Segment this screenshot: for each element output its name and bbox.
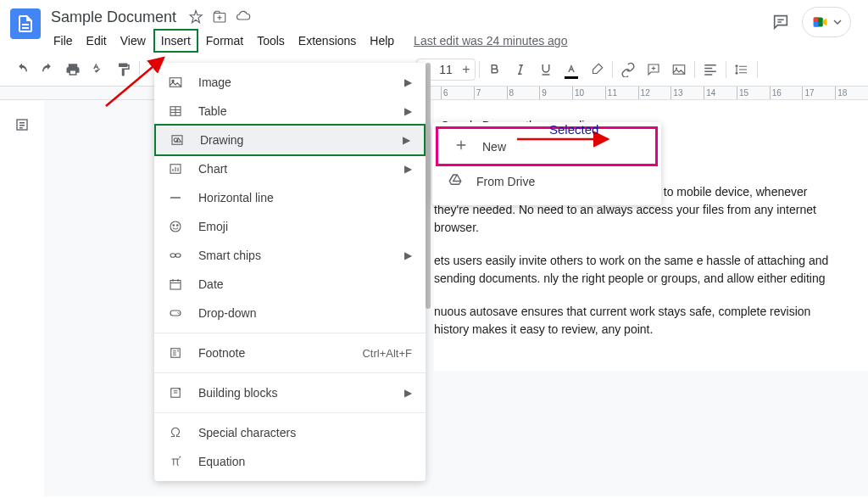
- meet-button[interactable]: [802, 7, 851, 37]
- submenu-label: From Drive: [476, 175, 535, 188]
- blocks-icon: [168, 385, 183, 400]
- svg-point-13: [170, 221, 181, 232]
- hr-icon: [168, 190, 183, 205]
- add-comment-button[interactable]: [642, 58, 665, 81]
- footnote-icon: [168, 345, 183, 361]
- docs-home-logo[interactable]: [10, 8, 41, 39]
- document-paragraph: ets users easily invite others to work o…: [434, 252, 834, 288]
- menu-item-building-blocks[interactable]: Building blocks ▶: [154, 378, 426, 407]
- menu-extensions[interactable]: Extensions: [292, 31, 362, 51]
- bold-button[interactable]: [483, 58, 507, 81]
- separator: [139, 61, 140, 78]
- menu-item-dropdown[interactable]: Drop-down: [154, 299, 426, 327]
- insert-menu-dropdown: Image ▶ Table ▶ Drawing ▶ Chart ▶ Horizo…: [154, 63, 426, 481]
- separator: [694, 61, 695, 78]
- italic-button[interactable]: [509, 58, 532, 81]
- svg-rect-2: [814, 18, 819, 23]
- omega-icon: [168, 425, 183, 440]
- chevron-right-icon: ▶: [404, 105, 412, 117]
- drive-icon: [448, 172, 463, 190]
- paint-format-button[interactable]: [112, 58, 136, 81]
- menu-item-image[interactable]: Image ▶: [154, 68, 426, 97]
- menu-item-table[interactable]: Table ▶: [154, 97, 426, 126]
- menu-item-footnote[interactable]: Footnote Ctrl+Alt+F: [154, 339, 426, 367]
- document-outline-icon[interactable]: [14, 117, 30, 132]
- smartchips-icon: [168, 248, 183, 263]
- ruler[interactable]: 6 7 8 9 10 11 12 13 14 15 16 17 18: [0, 87, 868, 100]
- plus-icon: [453, 137, 469, 155]
- font-size-value[interactable]: 11: [434, 63, 458, 76]
- menu-divider: [154, 412, 426, 413]
- chart-icon: [168, 161, 183, 176]
- redo-button[interactable]: [36, 58, 59, 81]
- menu-item-equation[interactable]: Equation: [154, 447, 426, 476]
- menu-divider: [154, 372, 426, 373]
- align-button[interactable]: [698, 58, 722, 81]
- svg-rect-18: [170, 281, 181, 290]
- svg-point-14: [173, 225, 175, 227]
- svg-point-15: [177, 225, 179, 227]
- menu-tools[interactable]: Tools: [251, 31, 291, 51]
- insert-link-button[interactable]: [616, 58, 640, 81]
- last-edit-link[interactable]: Last edit was 24 minutes ago: [414, 34, 567, 48]
- menu-help[interactable]: Help: [364, 31, 400, 51]
- meet-icon: [811, 13, 830, 31]
- separator: [757, 61, 758, 78]
- document-title[interactable]: Sample Document: [47, 7, 180, 28]
- cloud-status-icon[interactable]: [236, 9, 251, 25]
- pi-icon: [168, 454, 183, 469]
- chevron-right-icon: ▶: [404, 249, 412, 261]
- move-icon[interactable]: [212, 9, 227, 25]
- menu-item-chart[interactable]: Chart ▶: [154, 154, 426, 183]
- menu-divider: [154, 333, 426, 333]
- keyboard-shortcut: Ctrl+Alt+F: [362, 347, 412, 360]
- star-icon[interactable]: [188, 9, 203, 25]
- date-icon: [168, 277, 183, 292]
- menu-item-horizontal-line[interactable]: Horizontal line: [154, 183, 426, 212]
- menu-format[interactable]: Format: [200, 31, 249, 51]
- text-color-button[interactable]: [559, 58, 583, 81]
- table-icon: [168, 104, 183, 119]
- menu-scrollbar[interactable]: [426, 63, 431, 309]
- chevron-right-icon: ▶: [403, 134, 410, 146]
- document-paragraph: nuous autosave ensures that current work…: [434, 303, 834, 339]
- menu-item-special-characters[interactable]: Special characters: [154, 418, 426, 447]
- menubar: File Edit View Insert Format Tools Exten…: [47, 29, 765, 53]
- chevron-right-icon: ▶: [404, 76, 412, 88]
- submenu-label: New: [482, 140, 506, 154]
- font-size-increase[interactable]: +: [458, 59, 475, 80]
- emoji-icon: [168, 219, 183, 234]
- submenu-item-new[interactable]: New: [436, 126, 658, 166]
- line-spacing-button[interactable]: [730, 58, 754, 81]
- menu-item-smart-chips[interactable]: Smart chips ▶: [154, 241, 426, 270]
- drawing-submenu: New From Drive: [432, 122, 661, 205]
- chevron-right-icon: ▶: [404, 163, 412, 175]
- underline-button[interactable]: [534, 58, 558, 81]
- comment-history-icon[interactable]: [771, 13, 790, 31]
- svg-point-17: [175, 254, 181, 258]
- chevron-down-icon: [833, 18, 842, 26]
- separator: [479, 61, 480, 78]
- menu-edit[interactable]: Edit: [81, 31, 113, 51]
- menu-item-date[interactable]: Date: [154, 270, 426, 299]
- separator: [612, 61, 613, 78]
- svg-rect-3: [814, 22, 819, 27]
- menu-insert[interactable]: Insert: [153, 29, 198, 53]
- drawing-icon: [170, 132, 185, 148]
- menu-item-emoji[interactable]: Emoji: [154, 212, 426, 241]
- image-icon: [168, 75, 183, 90]
- toolbar: − 11 +: [0, 53, 868, 87]
- spellcheck-button[interactable]: [86, 58, 110, 81]
- dropdown-icon: [168, 305, 183, 321]
- chevron-right-icon: ▶: [404, 387, 412, 399]
- submenu-item-from-drive[interactable]: From Drive: [432, 164, 661, 199]
- print-button[interactable]: [61, 58, 85, 81]
- menu-view[interactable]: View: [114, 31, 152, 51]
- insert-image-button[interactable]: [667, 58, 691, 81]
- undo-button[interactable]: [10, 58, 34, 81]
- highlight-button[interactable]: [585, 58, 609, 81]
- svg-point-16: [170, 254, 175, 258]
- separator: [726, 61, 726, 78]
- menu-item-drawing[interactable]: Drawing ▶: [154, 124, 426, 156]
- menu-file[interactable]: File: [47, 31, 79, 51]
